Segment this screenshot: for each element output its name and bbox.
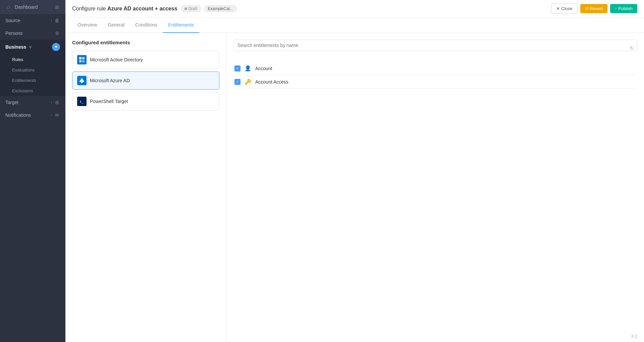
publish-button[interactable]: ↑ Publish (610, 4, 637, 13)
account-checkbox[interactable]: ✓ (234, 65, 240, 71)
sidebar-item-business[interactable]: Business ∨ ✦ (0, 40, 65, 54)
right-panel: ↻ ✓ 👤 Account ✓ 🔑 Account Access (226, 33, 644, 342)
sidebar-item-entitlements[interactable]: Entitlements (7, 75, 65, 86)
topbar: Configure rule Azure AD account + access… (65, 0, 644, 17)
tab-entitlements[interactable]: Entitlements (163, 17, 199, 33)
business-badge: ✦ (52, 43, 60, 51)
source-collapse-icon: ‹ (51, 18, 52, 23)
tab-bar: Overview General Conditions Entitlements (65, 17, 644, 33)
azure-label: Microsoft Azure AD (90, 78, 130, 83)
entitlement-account: ✓ 👤 Account (233, 62, 637, 75)
category-label: ExampleCat... (208, 6, 233, 11)
msad-icon (77, 55, 87, 64)
source-item-azure[interactable]: Microsoft Azure AD (72, 71, 219, 90)
business-label: Business (5, 44, 26, 50)
powershell-label: PowerShell Target (90, 99, 128, 104)
close-button[interactable]: ✕ Close (551, 4, 577, 13)
persons-action-icon: ⚙ (54, 30, 60, 36)
svg-rect-3 (82, 60, 85, 62)
sidebar-item-rules[interactable]: Rules (7, 54, 65, 65)
publish-label: Publish (618, 6, 633, 11)
sidebar-item-target[interactable]: Target ‹ ⊞ (0, 96, 65, 109)
target-collapse-icon: ‹ (51, 100, 52, 105)
topbar-right: ✕ Close ↺ Revert ↑ Publish (551, 4, 637, 13)
search-input[interactable] (233, 40, 637, 51)
key-icon: 🔑 (245, 79, 251, 85)
sidebar-item-evaluations[interactable]: Evaluations (7, 65, 65, 75)
tab-overview[interactable]: Overview (72, 17, 102, 33)
notifications-label: Notifications (5, 112, 31, 118)
azure-icon (77, 76, 87, 85)
topbar-left: Configure rule Azure AD account + access… (72, 5, 237, 12)
target-action-icon: ⊞ (54, 99, 60, 105)
draft-badge: Draft (181, 5, 201, 12)
left-panel: Configured entitlements Microsoft Active… (65, 33, 226, 342)
main-content: Configure rule Azure AD account + access… (65, 0, 644, 342)
business-sub-nav: Rules Evaluations Entitlements Exclusion… (0, 54, 65, 96)
azure-svg (78, 77, 85, 84)
persons-label: Persons (5, 31, 22, 36)
target-label: Target (5, 100, 18, 105)
entitlement-account-access: ✓ 🔑 Account Access (233, 75, 637, 89)
person-icon: 👤 (245, 65, 251, 71)
tab-general[interactable]: General (102, 17, 130, 33)
draft-label: Draft (189, 6, 197, 11)
ps-symbol: ›_ (80, 99, 84, 104)
revert-icon: ↺ (585, 6, 589, 11)
configure-prefix: Configure rule Azure AD account + access (72, 6, 177, 12)
powershell-icon: ›_ (77, 97, 87, 106)
notifications-collapse-icon: ‹ (51, 113, 52, 117)
source-label: Source (5, 18, 20, 23)
source-item-powershell[interactable]: ›_ PowerShell Target (72, 92, 219, 110)
search-wrap: ↻ (233, 40, 637, 56)
close-x-icon: ✕ (556, 6, 560, 11)
draft-dot (184, 7, 187, 10)
sidebar: ⌂ Dashboard ⊞ Source ‹ 🗑 Persons ⚙ Busin… (0, 0, 65, 342)
revert-label: Revert (590, 6, 603, 11)
category-badge: ExampleCat... (204, 5, 237, 12)
rule-name: Azure AD account + access (107, 6, 177, 11)
svg-rect-2 (79, 60, 82, 62)
close-label: Close (561, 6, 572, 11)
sidebar-item-dashboard[interactable]: ⌂ Dashboard ⊞ (0, 0, 65, 14)
svg-rect-1 (82, 57, 85, 59)
msad-label: Microsoft Active Directory (90, 57, 143, 62)
source-action-icon: 🗑 (54, 17, 60, 23)
account-access-checkbox[interactable]: ✓ (234, 79, 240, 85)
sidebar-item-notifications[interactable]: Notifications ‹ ✉ (0, 109, 65, 121)
account-access-label: Account Access (255, 79, 288, 85)
tab-conditions[interactable]: Conditions (130, 17, 163, 33)
sidebar-item-persons[interactable]: Persons ⚙ (0, 27, 65, 40)
business-collapse-icon: ∨ (29, 45, 32, 49)
business-section: Business ∨ ✦ Rules Evaluations Entitleme… (0, 40, 65, 96)
home-icon: ⌂ (5, 4, 11, 10)
revert-button[interactable]: ↺ Revert (580, 4, 607, 13)
home-action-icon: ⊞ (54, 4, 60, 10)
notifications-action-icon: ✉ (54, 112, 60, 118)
panel-title: Configured entitlements (72, 40, 219, 45)
source-item-msad[interactable]: Microsoft Active Directory (72, 51, 219, 69)
count-label: # 2 (631, 334, 637, 339)
refresh-icon[interactable]: ↻ (630, 45, 634, 51)
sidebar-item-source[interactable]: Source ‹ 🗑 (0, 14, 65, 27)
svg-rect-0 (79, 57, 82, 59)
content-area: Configured entitlements Microsoft Active… (65, 33, 644, 342)
sidebar-item-exclusions[interactable]: Exclusions (7, 86, 65, 96)
publish-icon: ↑ (615, 6, 617, 11)
msad-svg (79, 57, 85, 63)
dashboard-label: Dashboard (15, 4, 38, 10)
account-label: Account (255, 66, 272, 71)
